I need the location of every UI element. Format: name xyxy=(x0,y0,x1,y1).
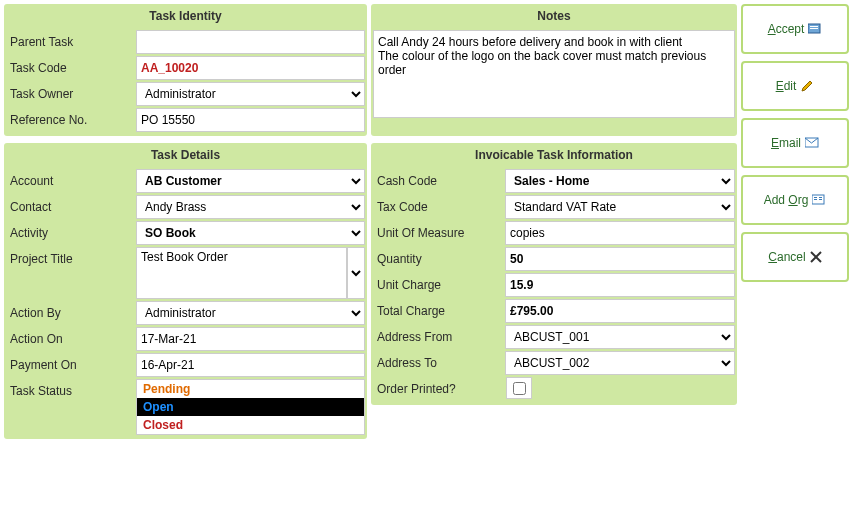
cash-code-select[interactable]: Sales - Home xyxy=(505,169,735,193)
address-from-label: Address From xyxy=(373,325,505,349)
unit-charge-label: Unit Charge xyxy=(373,273,505,297)
project-title-picker[interactable] xyxy=(347,247,365,299)
pencil-icon xyxy=(800,79,814,93)
main-form: Task Identity Parent Task Task Code Task… xyxy=(4,4,737,446)
action-by-label: Action By xyxy=(6,301,136,325)
org-icon xyxy=(812,194,826,206)
svg-rect-7 xyxy=(814,199,817,200)
total-charge-label: Total Charge xyxy=(373,299,505,323)
task-status-option-pending[interactable]: Pending xyxy=(136,379,365,398)
task-owner-label: Task Owner xyxy=(6,82,136,106)
panel-invoicable: Invoicable Task Information Cash Code Sa… xyxy=(371,143,737,405)
unit-charge-input[interactable] xyxy=(505,273,735,297)
quantity-label: Quantity xyxy=(373,247,505,271)
total-charge-input[interactable] xyxy=(505,299,735,323)
task-status-option-closed[interactable]: Closed xyxy=(136,416,365,435)
cancel-button[interactable]: Cancel xyxy=(741,232,849,282)
close-icon xyxy=(810,251,822,263)
contact-select[interactable]: Andy Brass xyxy=(136,195,365,219)
task-status-list[interactable]: Pending Open Closed xyxy=(136,379,365,435)
payment-on-label: Payment On xyxy=(6,353,136,377)
activity-label: Activity xyxy=(6,221,136,245)
uom-input[interactable] xyxy=(505,221,735,245)
task-code-input[interactable] xyxy=(136,56,365,80)
action-by-select[interactable]: Administrator xyxy=(136,301,365,325)
task-status-label: Task Status xyxy=(6,379,136,403)
parent-task-label: Parent Task xyxy=(6,30,136,54)
tax-code-select[interactable]: Standard VAT Rate xyxy=(505,195,735,219)
panel-title: Notes xyxy=(371,4,737,28)
add-org-button[interactable]: Add Org xyxy=(741,175,849,225)
notes-textarea[interactable] xyxy=(373,30,735,118)
payment-on-input[interactable] xyxy=(136,353,365,377)
panel-task-details: Task Details Account AB Customer Contact… xyxy=(4,143,367,439)
order-printed-label: Order Printed? xyxy=(373,377,505,401)
quantity-input[interactable] xyxy=(505,247,735,271)
address-to-label: Address To xyxy=(373,351,505,375)
reference-no-label: Reference No. xyxy=(6,108,136,132)
panel-task-identity: Task Identity Parent Task Task Code Task… xyxy=(4,4,367,136)
svg-rect-1 xyxy=(810,26,818,27)
panel-title: Task Details xyxy=(4,143,367,167)
task-owner-select[interactable]: Administrator xyxy=(136,82,365,106)
email-button[interactable]: Email xyxy=(741,118,849,168)
task-status-option-open[interactable]: Open xyxy=(136,398,365,416)
order-printed-checkbox[interactable] xyxy=(513,382,526,395)
action-sidebar: Accept Edit Email Add Org Cancel xyxy=(741,4,849,282)
edit-button[interactable]: Edit xyxy=(741,61,849,111)
project-title-input[interactable] xyxy=(136,247,347,299)
cash-code-label: Cash Code xyxy=(373,169,505,193)
svg-rect-9 xyxy=(819,199,822,200)
panel-title: Invoicable Task Information xyxy=(371,143,737,167)
svg-rect-6 xyxy=(814,197,817,198)
activity-select[interactable]: SO Book xyxy=(136,221,365,245)
contact-label: Contact xyxy=(6,195,136,219)
accept-button[interactable]: Accept xyxy=(741,4,849,54)
mail-icon xyxy=(805,137,819,149)
panel-title: Task Identity xyxy=(4,4,367,28)
reference-no-input[interactable] xyxy=(136,108,365,132)
account-label: Account xyxy=(6,169,136,193)
svg-rect-5 xyxy=(812,195,824,204)
accept-icon xyxy=(808,23,822,35)
uom-label: Unit Of Measure xyxy=(373,221,505,245)
parent-task-input[interactable] xyxy=(136,30,365,54)
tax-code-label: Tax Code xyxy=(373,195,505,219)
svg-marker-3 xyxy=(802,81,812,91)
address-to-select[interactable]: ABCUST_002 xyxy=(505,351,735,375)
svg-rect-2 xyxy=(810,28,818,29)
task-code-label: Task Code xyxy=(6,56,136,80)
address-from-select[interactable]: ABCUST_001 xyxy=(505,325,735,349)
account-select[interactable]: AB Customer xyxy=(136,169,365,193)
action-on-input[interactable] xyxy=(136,327,365,351)
svg-rect-8 xyxy=(819,197,822,198)
project-title-label: Project Title xyxy=(6,247,136,271)
panel-notes: Notes xyxy=(371,4,737,136)
action-on-label: Action On xyxy=(6,327,136,351)
